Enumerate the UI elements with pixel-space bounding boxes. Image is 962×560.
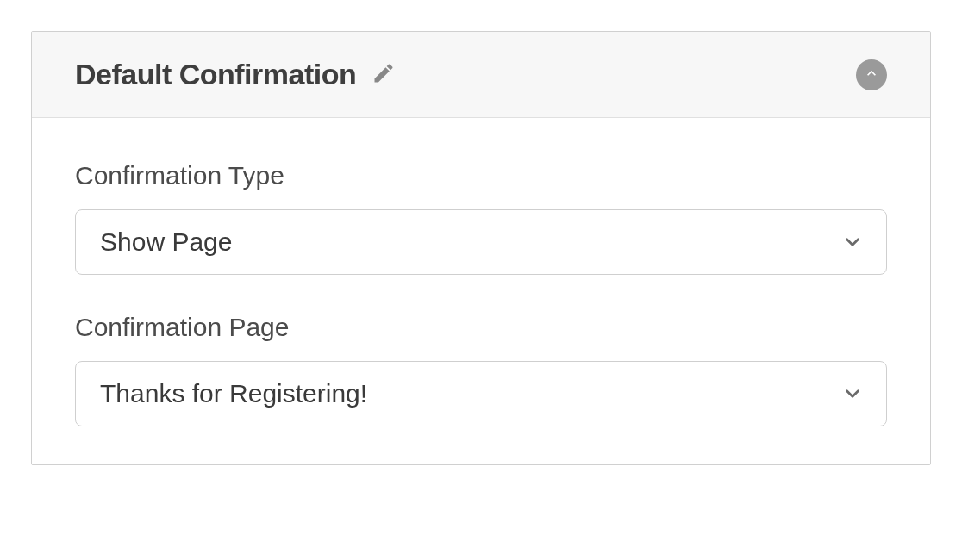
edit-icon[interactable]	[372, 61, 396, 89]
field-confirmation-type: Confirmation Type Show Page	[75, 161, 887, 275]
panel-body: Confirmation Type Show Page Confirmation…	[32, 118, 930, 464]
confirmation-type-label: Confirmation Type	[75, 161, 887, 190]
panel-title: Default Confirmation	[75, 58, 356, 91]
confirmation-page-value: Thanks for Registering!	[100, 379, 367, 408]
panel-header-left: Default Confirmation	[75, 58, 396, 91]
panel-header: Default Confirmation	[32, 32, 930, 118]
confirmation-type-select[interactable]: Show Page	[75, 209, 887, 275]
chevron-up-icon	[863, 65, 880, 84]
default-confirmation-panel: Default Confirmation Confirmation Type S…	[31, 31, 931, 465]
confirmation-page-select[interactable]: Thanks for Registering!	[75, 361, 887, 426]
confirmation-page-label: Confirmation Page	[75, 313, 887, 342]
field-confirmation-page: Confirmation Page Thanks for Registering…	[75, 313, 887, 426]
confirmation-type-value: Show Page	[100, 227, 232, 257]
collapse-button[interactable]	[856, 59, 887, 90]
